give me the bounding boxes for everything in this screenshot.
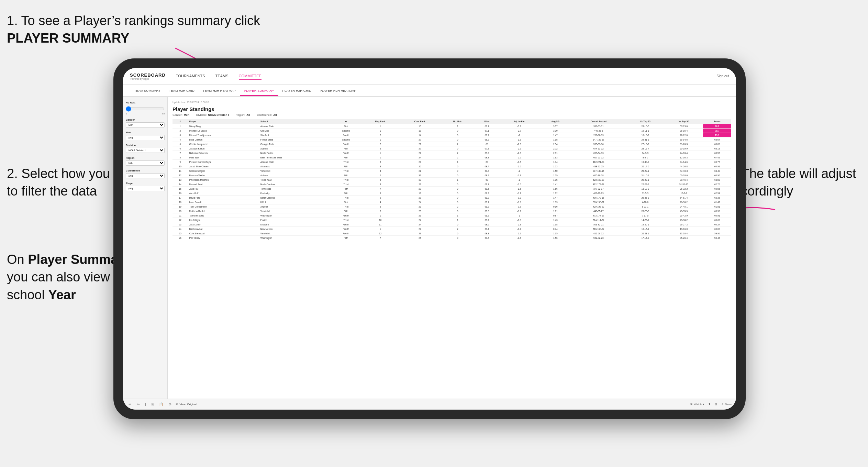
table-cell: 3 — [361, 164, 400, 169]
region-label: Region — [126, 156, 165, 159]
table-cell: Maxwell Ford — [188, 182, 259, 187]
watch-button[interactable]: 👁 Watch ▾ — [690, 403, 704, 406]
table-row[interactable]: 20Matthew RiedelVanderbiltFifth625068.6-… — [173, 209, 731, 213]
filter-conference: Conference: All — [257, 113, 277, 116]
sub-nav-player-summary[interactable]: PLAYER SUMMARY — [240, 86, 278, 96]
table-cell: Preston Summerhays — [188, 160, 259, 164]
sign-out-link[interactable]: Sign out — [716, 74, 729, 78]
table-row[interactable]: 15Jake HallTennesseeFifth728068.5-1.51.6… — [173, 187, 731, 191]
table-row[interactable]: 2Michael La SassoOle MissSecond118067.1-… — [173, 129, 731, 133]
sidebar-year: Year (All) First Second Third Fourth Fif… — [126, 131, 165, 140]
table-cell: Texas A&M — [259, 178, 331, 182]
table-row[interactable]: 3Michael ThorbjornsenStanfordFourth21406… — [173, 133, 731, 137]
table-cell: 61.81 — [703, 204, 731, 209]
table-row[interactable]: 18Luke PowellUCLAFirst424069.1-1.81.1350… — [173, 200, 731, 204]
table-cell: North Carolina — [259, 196, 331, 200]
table-row[interactable]: 6Jackson KoirunAuburnFirst227067.3-2.62.… — [173, 146, 731, 151]
table-cell: 14-3-3 — [626, 151, 664, 155]
year-select[interactable]: (All) First Second Third Fourth Fifth — [126, 135, 165, 140]
table-cell: 0 — [440, 187, 475, 191]
sub-nav-player-h2h-heatmap[interactable]: PLAYER H2H HEATMAP — [315, 86, 360, 95]
table-cell: 51-51-10 — [665, 182, 703, 187]
table-cell: 1.14 — [539, 160, 571, 164]
table-row[interactable]: 12Brendan ValdesAuburnFifth537068.4-1.11… — [173, 173, 731, 178]
table-cell: 3 — [361, 182, 400, 187]
table-cell: Brendan Valdes — [188, 173, 259, 178]
table-row[interactable]: 24Bastien AmatNew MexicoFourth127269.4-1… — [173, 227, 731, 231]
toolbar-paste[interactable]: 📋 — [158, 402, 165, 407]
table-cell: -3.2 — [499, 124, 539, 129]
table-row[interactable]: 5Christo LamprechtGeorgia TechFourth2212… — [173, 142, 731, 146]
no-rds-slider[interactable] — [126, 106, 165, 112]
table-cell: 1 — [361, 129, 400, 133]
table-cell: 3 — [173, 133, 188, 137]
table-row[interactable]: 21Taehoon SongWashingtonFourth123169.2-1… — [173, 213, 731, 218]
table-row[interactable]: 10Jacob Skov OlesenArkansasFifth325068.4… — [173, 164, 731, 169]
table-cell: 24 — [400, 155, 441, 160]
table-cell: 10-7-3 — [665, 191, 703, 196]
table-cell: Gordon Sargent — [188, 169, 259, 173]
table-cell: Jackson Koirun — [188, 146, 259, 151]
table-cell: 387-133-16 — [571, 169, 626, 173]
table-cell: 19-11-1 — [626, 129, 664, 133]
sub-nav-team-h2h-grid[interactable]: TEAM H2H GRID — [165, 86, 198, 95]
table-cell: 17-14-2 — [626, 236, 664, 240]
table-cell: New Mexico — [259, 227, 331, 231]
table-row[interactable]: 7Nicholas GabrelcikNorth FloridaFourth12… — [173, 151, 731, 155]
sub-nav-team-h2h-heatmap[interactable]: TEAM H2H HEATMAP — [199, 86, 240, 95]
nav-tournaments[interactable]: TOURNAMENTS — [176, 73, 205, 80]
table-cell: Third — [331, 169, 361, 173]
nav-committee[interactable]: COMMITTEE — [239, 73, 261, 80]
toolbar-refresh[interactable]: ⟳ — [167, 402, 173, 407]
table-cell: 63.83 — [703, 178, 731, 182]
sub-nav-team-summary[interactable]: TEAM SUMMARY — [130, 86, 165, 95]
table-cell: 12-16-3 — [665, 155, 703, 160]
watch-chevron: ▾ — [703, 403, 704, 406]
gender-select[interactable]: Men Women — [126, 122, 165, 127]
table-row[interactable]: 17David FordNorth CarolinaThird928069.2-… — [173, 196, 731, 200]
table-cell: 24 — [173, 227, 188, 231]
player-select[interactable]: (All) — [126, 186, 165, 191]
table-cell: -1.2 — [499, 209, 539, 213]
table-cell: 5 — [361, 173, 400, 178]
toolbar-copy[interactable]: ⎘ — [150, 402, 155, 407]
table-row[interactable]: 23Jack LundinMissouriFourth1124068.6-2.3… — [173, 222, 731, 227]
table-cell: 24-31-3 — [626, 137, 664, 142]
table-row[interactable]: 16Alex GoffKentuckyFifth819068.3-1.71.92… — [173, 191, 731, 196]
table-cell: 1.93 — [539, 155, 571, 160]
table-row[interactable]: 9Preston SummerhaysArizona StateThird324… — [173, 160, 731, 164]
toolbar-undo[interactable]: ↩ — [127, 402, 133, 407]
table-cell: 68.7 — [475, 218, 499, 222]
sub-nav-player-h2h-grid[interactable]: PLAYER H2H GRID — [278, 86, 316, 95]
toolbar-redo[interactable]: ↪ — [135, 402, 141, 407]
division-select[interactable]: NCAA Division I NCAA Division II NCAA Di… — [126, 148, 165, 153]
table-cell: Washington — [259, 213, 331, 218]
export-button[interactable]: ⬆ — [708, 403, 711, 406]
grid-button[interactable]: ⊞ — [715, 403, 717, 406]
share-button[interactable]: ↗ Share — [721, 403, 732, 406]
table-cell: 63.49 — [703, 169, 731, 173]
region-select[interactable]: N/A All — [126, 160, 165, 166]
table-cell: -2.3 — [499, 222, 539, 227]
table-row[interactable]: 22Ian GilliganFloridaThird1024168.7-0.81… — [173, 218, 731, 222]
nav-teams[interactable]: TEAMS — [215, 73, 229, 80]
table-cell: 62.35 — [703, 196, 731, 200]
table-row[interactable]: 13Phichaksn MaichonTexas A&MThird630169-… — [173, 178, 731, 182]
table-cell: 26-32-2 — [665, 187, 703, 191]
toolbar-view[interactable]: 👁 View: Original — [176, 403, 197, 406]
table-row[interactable]: 26Petr HrubyWashingtonFifth725068.6-1.61… — [173, 236, 731, 240]
table-row[interactable]: 11Gordon SargentVanderbiltThird421068.7-… — [173, 169, 731, 173]
table-row[interactable]: 19Tiger ChristensenArizonaThird523269.2-… — [173, 204, 731, 209]
table-row[interactable]: 25Cole SherwoodVanderbiltFourth1223068.3… — [173, 231, 731, 236]
table-cell: 381-61-11 — [571, 124, 626, 129]
table-row[interactable]: 8Mats EgeEast Tennessee StateFifth124268… — [173, 155, 731, 160]
table-row[interactable]: 4Luke ClantonFlorida StateSecond127068.2… — [173, 137, 731, 142]
conference-select[interactable]: (All) — [126, 173, 165, 178]
table-cell: Second — [331, 137, 361, 142]
table-row[interactable]: 14Maxwell FordNorth CarolinaThird322069.… — [173, 182, 731, 187]
table-cell: 0 — [440, 222, 475, 227]
table-cell: -0.8 — [499, 218, 539, 222]
table-row[interactable]: 1Wenyi DingArizona StateFirst115167.1-3.… — [173, 124, 731, 129]
table-cell: 35-26-4 — [665, 236, 703, 240]
table-cell: 69.4 — [475, 227, 499, 231]
